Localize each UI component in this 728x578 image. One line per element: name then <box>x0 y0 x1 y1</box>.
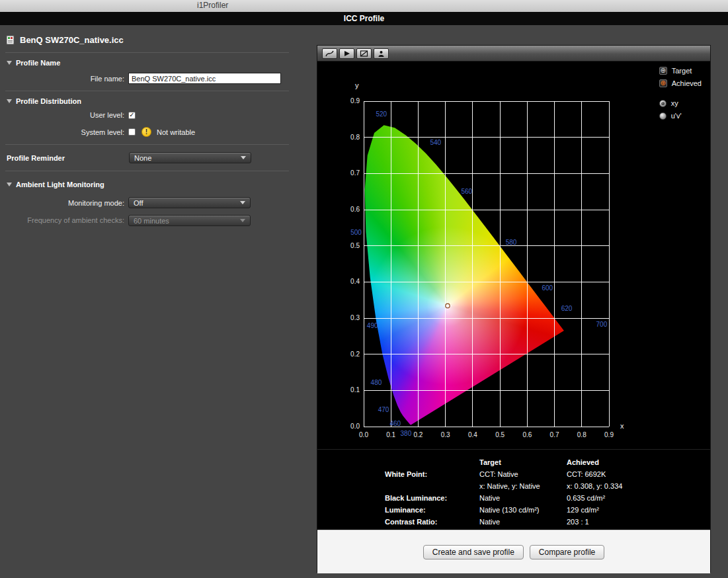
file-name-label: File name: <box>0 75 124 83</box>
y-tick-label: 0.2 <box>343 351 360 358</box>
section-profile-name[interactable]: Profile Name <box>7 59 316 67</box>
wavelength-label: 580 <box>506 239 517 246</box>
section-ambient-light[interactable]: Ambient Light Monitoring <box>7 181 316 188</box>
radio-uv[interactable]: u'v' <box>659 112 702 120</box>
y-tick-label: 0.3 <box>343 314 360 321</box>
x-tick-label: 0.9 <box>600 431 618 438</box>
chart-panel: y x 520540560580600620700500490480470460… <box>317 45 711 573</box>
window-titlebar: i1Profiler <box>0 0 728 12</box>
x-tick-label: 0.6 <box>518 431 536 438</box>
user-icon <box>377 50 385 57</box>
wavelength-label: 500 <box>350 228 362 235</box>
user-level-label: User level: <box>0 111 124 119</box>
table-row: x: Native, y: Native x: 0.308, y: 0.334 <box>385 480 710 492</box>
table-row: Black Luminance: Native 0.635 cd/m² <box>385 492 710 504</box>
chart-grid <box>364 101 609 427</box>
x-tick-label: 0.0 <box>355 431 372 438</box>
x-tick-label: 0.1 <box>382 431 399 438</box>
profile-reminder-label: Profile Reminder <box>7 154 129 162</box>
file-name-row: File name: <box>0 73 316 84</box>
x-tick-label: 0.4 <box>464 431 481 438</box>
monitoring-mode-dropdown[interactable]: Off <box>128 197 251 208</box>
file-name-input[interactable] <box>128 73 281 84</box>
radio-button-icon <box>659 112 667 120</box>
chevron-down-icon <box>241 156 246 159</box>
wavelength-label: 460 <box>389 420 401 427</box>
frequency-row: Frequency of ambient checks: 60 minutes <box>0 215 316 226</box>
wavelength-label: 540 <box>430 138 441 145</box>
profile-file-icon <box>5 35 15 45</box>
disclosure-triangle-icon <box>7 99 12 103</box>
settings-panel: BenQ SW270C_native.icc Profile Name File… <box>0 25 316 231</box>
results-summary-table: Target Achieved White Point: CCT: Native… <box>317 449 710 530</box>
y-tick-label: 0.1 <box>343 386 360 393</box>
wavelength-label: 700 <box>596 320 608 327</box>
wavelength-label: 600 <box>542 284 553 292</box>
user-level-checkbox[interactable]: ✓ <box>128 112 136 119</box>
table-row: White Point: CCT: Native CCT: 6692K <box>385 468 710 480</box>
plot-area: 520540560580600620700500490480470460380 <box>364 101 609 427</box>
wavelength-label: 620 <box>561 305 573 312</box>
wavelength-label: 490 <box>367 321 378 329</box>
table-row: Contrast Ratio: Native 203 : 1 <box>385 516 710 528</box>
main-content: BenQ SW270C_native.icc Profile Name File… <box>0 25 728 573</box>
legend-spacer <box>659 92 702 95</box>
not-writable-text: Not writable <box>157 128 195 136</box>
divider <box>5 171 289 171</box>
chart-legend: ⊕ Target ⊕ Achieved xy u'v' <box>659 67 702 120</box>
chevron-down-icon <box>240 219 245 222</box>
y-tick-label: 0.7 <box>343 169 360 177</box>
wavelength-label: 480 <box>371 378 382 386</box>
chevron-down-icon <box>240 201 245 204</box>
system-level-label: System level: <box>0 128 124 136</box>
play-icon <box>343 50 351 57</box>
divider <box>5 144 289 145</box>
profile-reminder-dropdown[interactable]: None <box>129 152 251 163</box>
x-tick-label: 0.5 <box>491 431 508 438</box>
x-tick-label: 0.2 <box>409 431 426 438</box>
tool-play-button[interactable] <box>339 48 354 59</box>
diagonal-box-icon <box>360 50 368 57</box>
wavelength-label: 520 <box>376 110 387 118</box>
compare-profile-button[interactable]: Compare profile <box>530 545 604 559</box>
radio-button-icon <box>659 100 667 107</box>
window-title: i1Profiler <box>197 1 228 10</box>
tool-diagonal-button[interactable] <box>356 48 372 59</box>
x-tick-label: 0.3 <box>437 431 454 438</box>
x-tick-label: 0.8 <box>573 431 590 438</box>
divider <box>5 91 289 91</box>
legend-target: ⊕ Target <box>659 67 702 75</box>
disclosure-triangle-icon <box>7 61 12 65</box>
white-point-marker <box>444 302 452 310</box>
chromaticity-chart: y x 520540560580600620700500490480470460… <box>317 62 710 449</box>
system-level-checkbox[interactable] <box>128 128 136 136</box>
target-marker-icon: ⊕ <box>659 67 667 75</box>
create-save-profile-button[interactable]: Create and save profile <box>423 545 524 559</box>
monitoring-mode-row: Monitoring mode: Off <box>0 197 316 208</box>
x-axis-label: x <box>620 422 624 430</box>
user-level-row: User level: ✓ <box>0 111 316 119</box>
profile-title-row: BenQ SW270C_native.icc <box>5 35 316 45</box>
radio-xy[interactable]: xy <box>659 99 702 107</box>
wavelength-label: 470 <box>378 405 389 413</box>
y-tick-label: 0.5 <box>343 242 360 249</box>
disclosure-triangle-icon <box>7 183 12 186</box>
page-title: ICC Profile <box>344 14 384 23</box>
checkmark-icon: ✓ <box>129 112 134 118</box>
summary-header-row: Target Achieved <box>385 456 710 468</box>
curve-icon <box>325 50 334 57</box>
action-buttons-bar: Create and save profile Compare profile <box>317 530 710 573</box>
y-tick-label: 0.9 <box>343 97 360 104</box>
y-axis-label: y <box>355 81 359 89</box>
section-profile-distribution[interactable]: Profile Distribution <box>7 97 316 105</box>
legend-achieved: ⊕ Achieved <box>659 79 702 87</box>
y-tick-label: 0.6 <box>343 206 360 213</box>
profile-reminder-row: Profile Reminder None <box>7 152 316 163</box>
warning-icon: ! <box>142 127 151 137</box>
wavelength-label: 560 <box>461 188 472 195</box>
system-level-row: System level: ! Not writable <box>0 127 316 137</box>
table-row: Luminance: Native (130 cd/m²) 129 cd/m² <box>385 504 710 516</box>
divider <box>5 52 289 53</box>
tool-curve-button[interactable] <box>322 48 337 59</box>
tool-user-button[interactable] <box>374 48 389 59</box>
